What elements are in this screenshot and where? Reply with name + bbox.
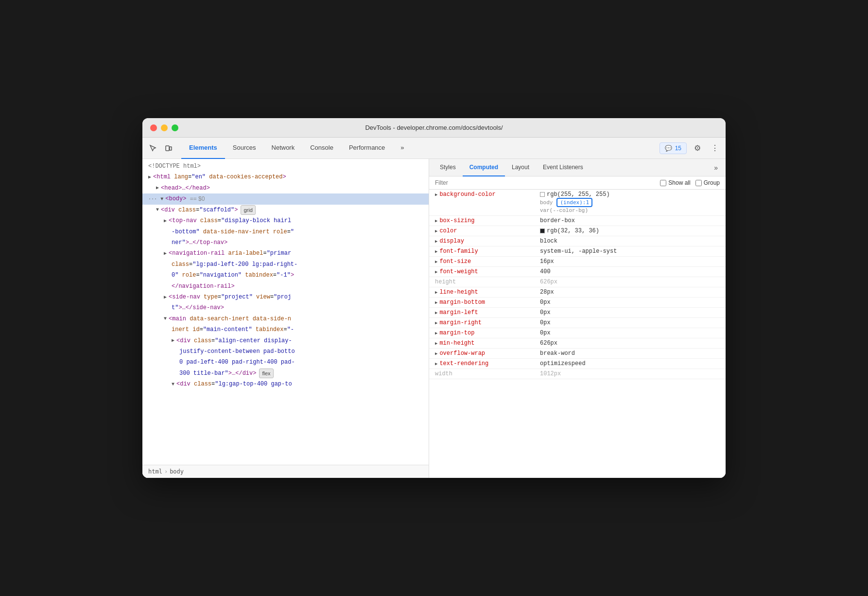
toolbar-icons bbox=[146, 141, 175, 155]
maximize-button[interactable] bbox=[172, 124, 178, 131]
collapse-icon[interactable]: ▼ bbox=[156, 206, 159, 214]
close-button[interactable] bbox=[150, 124, 157, 131]
tab-sources[interactable]: Sources bbox=[225, 138, 264, 159]
prop-row-text-rendering[interactable]: ▶ text-rendering optimizespeed bbox=[429, 359, 726, 369]
tab-computed[interactable]: Computed bbox=[463, 159, 505, 176]
dom-line-div-align-4: 300 title-bar">…</div> flex bbox=[142, 368, 429, 379]
devtools-window: DevTools - developer.chrome.com/docs/dev… bbox=[142, 118, 726, 478]
issues-icon: 💬 bbox=[665, 145, 672, 152]
expand-prop-icon[interactable]: ▶ bbox=[435, 331, 437, 336]
inspect-element-button[interactable] bbox=[146, 141, 160, 155]
prop-row-min-height[interactable]: ▶ min-height 626px bbox=[429, 338, 726, 349]
device-toggle-button[interactable] bbox=[162, 141, 175, 155]
more-options-button[interactable]: ⋮ bbox=[708, 141, 722, 155]
expand-icon[interactable]: ▶ bbox=[148, 173, 151, 181]
styles-tabs: Styles Computed Layout Event Listeners » bbox=[429, 159, 726, 176]
issues-badge[interactable]: 💬 15 bbox=[660, 142, 687, 154]
prop-row-font-family[interactable]: ▶ font-family system-ui, -apple-syst bbox=[429, 246, 726, 257]
group-label[interactable]: Group bbox=[695, 179, 720, 186]
expand-prop-icon[interactable]: ▶ bbox=[435, 228, 437, 234]
dom-line-div-gap[interactable]: ▼ <div class="lg:gap-top-400 gap-to bbox=[142, 379, 429, 389]
show-all-label[interactable]: Show all bbox=[660, 179, 690, 186]
breadcrumb-body[interactable]: body bbox=[170, 468, 184, 475]
show-all-checkbox[interactable] bbox=[660, 180, 666, 186]
title-bar: DevTools - developer.chrome.com/docs/dev… bbox=[142, 118, 726, 138]
issues-count: 15 bbox=[675, 145, 681, 152]
expand-prop-icon[interactable]: ▶ bbox=[435, 269, 437, 275]
prop-row-overflow-wrap[interactable]: ▶ overflow-wrap break-word bbox=[429, 349, 726, 359]
breadcrumb-html[interactable]: html bbox=[148, 468, 162, 475]
dom-line-side-nav[interactable]: ▶ <side-nav type="project" view="proj bbox=[142, 292, 429, 302]
minimize-button[interactable] bbox=[161, 124, 168, 131]
dom-line-div-align[interactable]: ▶ <div class="align-center display- bbox=[142, 335, 429, 346]
tab-console[interactable]: Console bbox=[302, 138, 341, 159]
expand-icon[interactable]: ▶ bbox=[164, 249, 167, 258]
dom-line-main[interactable]: ▼ <main data-search-inert data-side-n bbox=[142, 314, 429, 324]
expand-icon[interactable]: ▶ bbox=[164, 293, 167, 301]
expand-prop-icon[interactable]: ▶ bbox=[435, 361, 437, 367]
expand-prop-icon[interactable]: ▶ bbox=[435, 192, 437, 197]
prop-row-width[interactable]: width 1012px bbox=[429, 369, 726, 379]
expand-prop-icon[interactable]: ▶ bbox=[435, 300, 437, 305]
dom-line-side-nav-2: t">…</side-nav> bbox=[142, 302, 429, 313]
prop-row-font-size[interactable]: ▶ font-size 16px bbox=[429, 257, 726, 267]
tab-performance[interactable]: Performance bbox=[341, 138, 393, 159]
computed-properties-list[interactable]: ▶ background-color rgb(255, 255, 255) bo… bbox=[429, 190, 726, 478]
dom-line-head[interactable]: ▶ <head>…</head> bbox=[142, 183, 429, 193]
color-swatch bbox=[540, 228, 545, 233]
toolbar-right: 💬 15 ⚙ ⋮ bbox=[660, 141, 722, 155]
settings-button[interactable]: ⚙ bbox=[691, 141, 704, 155]
svg-rect-0 bbox=[166, 146, 169, 151]
expand-icon[interactable]: ▶ bbox=[172, 336, 174, 345]
dom-line-nav-rail-3: 0" role="navigation" tabindex="-1"> bbox=[142, 270, 429, 280]
expand-prop-icon[interactable]: ▶ bbox=[435, 341, 437, 346]
expand-prop-icon[interactable]: ▶ bbox=[435, 320, 437, 326]
dom-line-body[interactable]: ··· ▼ <body> == $0 bbox=[142, 193, 429, 204]
expand-prop-icon[interactable]: ▶ bbox=[435, 310, 437, 316]
breadcrumb-bar: html › body bbox=[142, 465, 429, 478]
prop-row-color[interactable]: ▶ color rgb(32, 33, 36) bbox=[429, 226, 726, 236]
expand-prop-icon[interactable]: ▶ bbox=[435, 290, 437, 295]
collapse-icon[interactable]: ▼ bbox=[160, 195, 163, 203]
collapse-icon[interactable]: ▼ bbox=[172, 380, 174, 388]
expand-prop-icon[interactable]: ▶ bbox=[435, 259, 437, 264]
tab-styles[interactable]: Styles bbox=[433, 159, 463, 176]
source-link-highlighted: (index):1 bbox=[556, 198, 592, 207]
prop-row-background-color[interactable]: ▶ background-color rgb(255, 255, 255) bo… bbox=[429, 190, 726, 216]
prop-row-margin-top[interactable]: ▶ margin-top 0px bbox=[429, 328, 726, 338]
dom-panel: <!DOCTYPE html> ▶ <html lang="en" data-c… bbox=[142, 159, 429, 478]
prop-row-font-weight[interactable]: ▶ font-weight 400 bbox=[429, 267, 726, 277]
expand-prop-icon[interactable]: ▶ bbox=[435, 239, 437, 244]
dom-line-top-nav[interactable]: ▶ <top-nav class="display-block hairl bbox=[142, 215, 429, 226]
dom-line-nav-rail[interactable]: ▶ <navigation-rail aria-label="primar bbox=[142, 248, 429, 259]
prop-row-display[interactable]: ▶ display block bbox=[429, 236, 726, 246]
tab-network[interactable]: Network bbox=[264, 138, 303, 159]
color-swatch bbox=[540, 192, 545, 197]
tab-more[interactable]: » bbox=[393, 138, 412, 159]
tab-event-listeners[interactable]: Event Listeners bbox=[536, 159, 590, 176]
prop-row-margin-bottom[interactable]: ▶ margin-bottom 0px bbox=[429, 298, 726, 308]
svg-rect-1 bbox=[170, 147, 172, 150]
prop-row-margin-right[interactable]: ▶ margin-right 0px bbox=[429, 318, 726, 328]
dom-line-doctype: <!DOCTYPE html> bbox=[142, 161, 429, 172]
group-checkbox[interactable] bbox=[695, 180, 702, 186]
toolbar-tabs: Elements Sources Network Console Perform… bbox=[181, 138, 412, 158]
filter-input[interactable] bbox=[435, 179, 654, 186]
styles-tab-more[interactable]: » bbox=[710, 164, 722, 172]
expand-prop-icon[interactable]: ▶ bbox=[435, 351, 437, 356]
tab-layout[interactable]: Layout bbox=[505, 159, 536, 176]
expand-prop-icon[interactable]: ▶ bbox=[435, 218, 437, 224]
prop-row-box-sizing[interactable]: ▶ box-sizing border-box bbox=[429, 216, 726, 226]
prop-row-line-height[interactable]: ▶ line-height 28px bbox=[429, 287, 726, 298]
tab-elements[interactable]: Elements bbox=[181, 138, 225, 159]
expand-icon[interactable]: ▶ bbox=[164, 217, 167, 225]
prop-row-margin-left[interactable]: ▶ margin-left 0px bbox=[429, 308, 726, 318]
prop-row-height[interactable]: height 626px bbox=[429, 277, 726, 287]
dom-line-html[interactable]: ▶ <html lang="en" data-cookies-accepted> bbox=[142, 172, 429, 182]
dom-line-scaffold[interactable]: ▼ <div class="scaffold"> grid bbox=[142, 205, 429, 216]
dom-tree[interactable]: <!DOCTYPE html> ▶ <html lang="en" data-c… bbox=[142, 159, 429, 465]
dom-line-top-nav-2: -bottom" data-side-nav-inert role=" bbox=[142, 227, 429, 237]
expand-prop-icon[interactable]: ▶ bbox=[435, 249, 437, 254]
collapse-icon[interactable]: ▼ bbox=[164, 315, 167, 323]
expand-icon[interactable]: ▶ bbox=[156, 184, 159, 192]
